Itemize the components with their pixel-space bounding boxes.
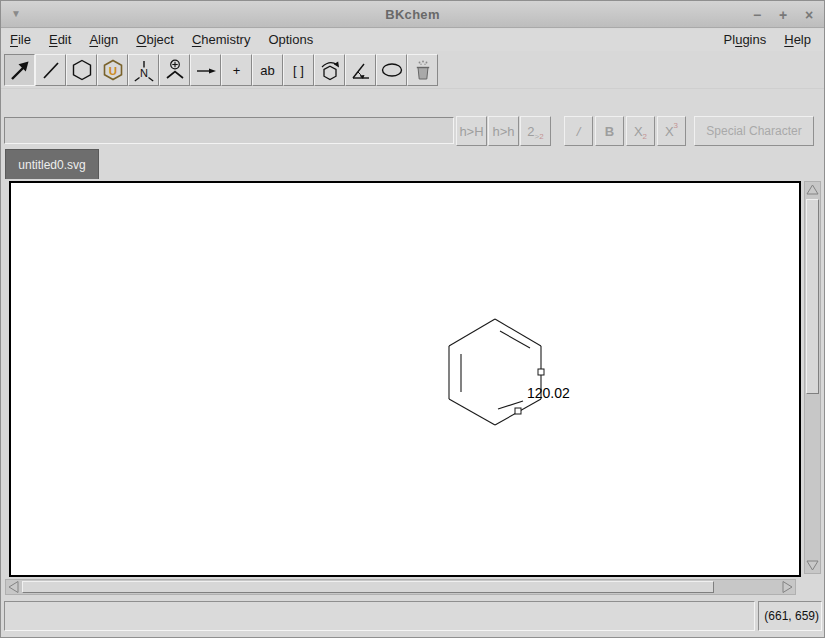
svg-text:N: N (140, 67, 148, 79)
select-arrow-tool-button[interactable] (4, 54, 35, 86)
italic-button[interactable]: / (564, 116, 593, 146)
bkchem-window: ▼ BKchem − + × File Edit Align Object Ch… (0, 0, 825, 638)
scroll-left-button[interactable] (6, 580, 21, 594)
h-to-uppercase-label: h>H (459, 124, 483, 139)
menu-align[interactable]: Align (80, 29, 127, 51)
scroll-right-icon (780, 580, 795, 594)
trash-bucket-icon (411, 58, 435, 82)
superscript-sup: 3 (674, 121, 678, 130)
plus-tool-button[interactable]: + (221, 54, 252, 86)
menu-help[interactable]: Help (775, 29, 820, 51)
title-bar: ▼ BKchem − + × (1, 1, 824, 28)
bond-line[interactable] (449, 399, 495, 425)
subscript-button[interactable]: X2 (626, 116, 655, 146)
measurement-label: 120.02 (527, 385, 570, 401)
scroll-left-icon (6, 580, 21, 594)
atom-tool-button[interactable]: N (128, 54, 159, 86)
bracket-tool-button[interactable]: [ ] (283, 54, 314, 86)
status-bar: (661, 659) (1, 599, 824, 634)
digit-main: 2 (527, 124, 534, 139)
format-bar: h>H h>h 2>2 / B X2 X3 Special Character (1, 116, 824, 147)
horizontal-scroll-thumb[interactable] (22, 581, 714, 593)
user-template-tool-button[interactable]: U (97, 54, 128, 86)
menu-object-mnemonic: O (136, 32, 146, 47)
ring-template-tool-button[interactable] (66, 54, 97, 86)
rotate-template-tool-button[interactable] (314, 54, 345, 86)
menu-object-rest: bject (146, 32, 173, 47)
h-to-lowercase-label: h>h (492, 124, 514, 139)
name-entry-input[interactable] (4, 117, 454, 144)
mark-charge-tool-button[interactable] (159, 54, 190, 86)
vertical-scrollbar[interactable] (804, 181, 821, 574)
scroll-up-icon (805, 182, 820, 197)
scroll-up-button[interactable] (805, 182, 820, 197)
superscript-main: X (665, 124, 674, 139)
brackets-icon: [ ] (293, 63, 304, 78)
menu-align-rest: lign (98, 32, 118, 47)
select-arrow-icon (8, 58, 32, 82)
bond-line[interactable] (449, 319, 495, 346)
vertical-scroll-thumb[interactable] (806, 199, 819, 394)
rotate-hexagon-icon (318, 58, 342, 82)
scroll-down-icon (805, 558, 820, 573)
menu-options-label: Options (268, 32, 313, 47)
menu-edit-rest: dit (58, 32, 72, 47)
status-coordinates: (661, 659) (758, 601, 822, 631)
digit-to-subscript-button[interactable]: 2>2 (520, 116, 551, 146)
delete-tool-button[interactable] (407, 54, 438, 86)
reaction-arrow-tool-button[interactable] (190, 54, 221, 86)
text-tool-button[interactable]: ab (252, 54, 283, 86)
close-icon[interactable]: × (802, 7, 816, 23)
drawing-canvas[interactable]: 120.02 (9, 181, 801, 577)
selection-handle[interactable] (538, 369, 544, 375)
maximize-icon[interactable]: + (776, 7, 790, 23)
tab-bar: untitled0.svg (1, 148, 824, 179)
horizontal-scrollbar[interactable] (5, 579, 796, 595)
window-controls: − + × (750, 1, 816, 28)
tab-untitled0[interactable]: untitled0.svg (5, 149, 99, 179)
menu-file-mnemonic: F (10, 32, 18, 47)
menu-edit[interactable]: Edit (40, 29, 80, 51)
menu-plugins-label: Pl (724, 32, 736, 47)
plus-circle-icon (163, 58, 187, 82)
atom-n-icon: N (132, 58, 156, 82)
scroll-down-button[interactable] (805, 558, 820, 573)
bold-button[interactable]: B (595, 116, 624, 146)
menu-help-rest: elp (794, 32, 811, 47)
menu-align-mnemonic: A (89, 32, 98, 47)
menu-object[interactable]: Object (127, 29, 183, 51)
menu-plugins[interactable]: Plugins (715, 29, 776, 51)
vector-graphics-tool-button[interactable] (376, 54, 407, 86)
special-character-label: Special Character (706, 124, 801, 138)
svg-text:U: U (108, 65, 116, 77)
special-character-button[interactable]: Special Character (694, 116, 814, 146)
selection-handle[interactable] (515, 408, 521, 414)
transform-tool-button[interactable] (345, 54, 376, 86)
menu-file-rest: ile (18, 32, 31, 47)
plus-icon: + (233, 63, 241, 78)
menu-chemistry-mnemonic: C (192, 32, 201, 47)
window-menu-icon[interactable]: ▼ (11, 8, 25, 20)
menu-options[interactable]: Options (259, 29, 322, 51)
scroll-right-button[interactable] (780, 580, 795, 594)
subscript-sub: 2 (643, 132, 647, 141)
h-to-lowercase-button[interactable]: h>h (488, 116, 519, 146)
menu-bar: File Edit Align Object Chemistry Options… (1, 29, 824, 51)
menu-help-mnemonic: H (784, 32, 793, 47)
drawing-svg: 120.02 (11, 183, 799, 575)
bond-line-icon (39, 58, 63, 82)
draw-bond-tool-button[interactable] (35, 54, 66, 86)
menu-file[interactable]: File (1, 29, 40, 51)
angle-transform-icon (349, 58, 373, 82)
menu-chemistry[interactable]: Chemistry (183, 29, 260, 51)
double-bond-line[interactable] (500, 331, 530, 348)
minimize-icon[interactable]: − (750, 7, 764, 23)
text-ab-icon: ab (260, 63, 274, 78)
tab-label: untitled0.svg (18, 158, 85, 172)
menu-group-left: File Edit Align Object Chemistry Options (1, 29, 322, 51)
superscript-button[interactable]: X3 (657, 116, 686, 146)
menu-chemistry-rest: hemistry (201, 32, 250, 47)
h-to-uppercase-button[interactable]: h>H (456, 116, 487, 146)
user-template-icon: U (101, 58, 125, 82)
subscript-main: X (634, 124, 643, 139)
